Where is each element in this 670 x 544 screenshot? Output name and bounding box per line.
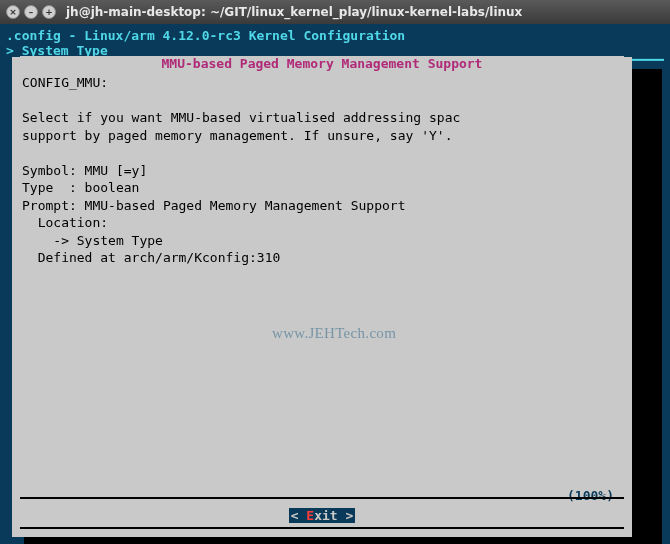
terminal-area: .config - Linux/arm 4.12.0-rc3 Kernel Co… [0,24,670,544]
config-header: .config - Linux/arm 4.12.0-rc3 Kernel Co… [6,28,664,43]
button-divider-top [20,497,624,499]
minimize-icon[interactable]: – [24,5,38,19]
scroll-percent: (100%) [567,488,614,503]
watermark-text: www.JEHTech.com [272,325,396,342]
help-panel-wrap: MMU-based Paged Memory Management Suppor… [12,57,650,537]
button-divider-bottom [20,527,624,529]
panel-title: MMU-based Paged Memory Management Suppor… [20,56,624,71]
maximize-icon[interactable]: + [42,5,56,19]
button-row: < Exit > [12,508,632,523]
titlebar[interactable]: × – + jh@jh-main-desktop: ~/GIT/linux_ke… [0,0,670,24]
window-title: jh@jh-main-desktop: ~/GIT/linux_kernel_p… [66,5,522,19]
exit-button[interactable]: < Exit > [289,508,356,523]
exit-hotkey: E [306,508,314,523]
panel-body: CONFIG_MMU: Select if you want MMU-based… [20,72,624,267]
exit-prefix: < [291,508,307,523]
app-window: × – + jh@jh-main-desktop: ~/GIT/linux_ke… [0,0,670,544]
exit-rest: xit > [314,508,353,523]
help-panel: MMU-based Paged Memory Management Suppor… [12,57,632,537]
close-icon[interactable]: × [6,5,20,19]
